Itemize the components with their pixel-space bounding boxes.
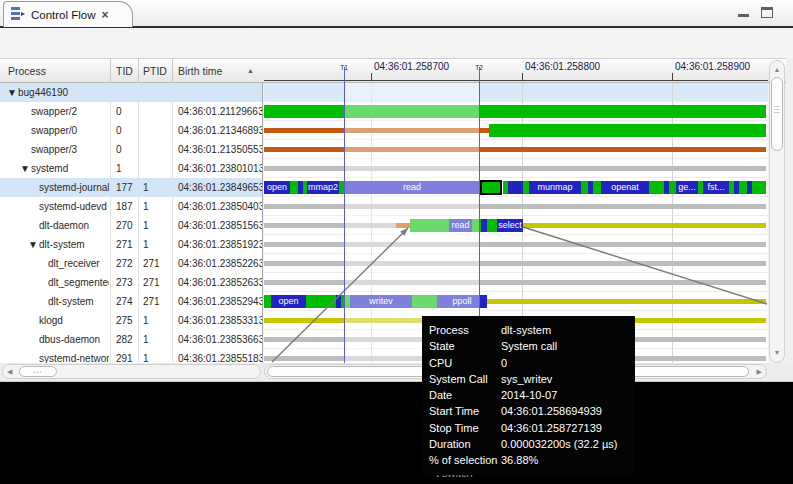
tooltip-row: % of selection36.88% bbox=[422, 452, 635, 468]
tooltip-row: Date2014-10-07 bbox=[422, 387, 635, 403]
tab-bar: Control Flow × bbox=[0, 0, 793, 28]
tooltip-row: System Callsys_writev bbox=[422, 371, 635, 387]
process-name-cell: swapper/3 bbox=[31, 140, 109, 159]
tid-cell: 1 bbox=[116, 159, 122, 178]
tooltip-value: dlt-system bbox=[501, 322, 551, 338]
scroll-right-icon[interactable]: ▶ bbox=[757, 368, 762, 376]
tree-row[interactable]: dlt-daemon270104:36:01.238515639 bbox=[0, 216, 263, 235]
birth-time-cell: 04:36:01.211296639 bbox=[178, 102, 263, 121]
tid-cell: 0 bbox=[116, 102, 122, 121]
birth-time-cell: 04:36:01.238010139 bbox=[178, 159, 263, 178]
tooltip-value: 0.000032200s (32.2 µs) bbox=[501, 436, 617, 452]
vertical-scrollbar[interactable]: ▲ ▼ bbox=[769, 60, 785, 363]
process-name-cell: swapper/0 bbox=[31, 121, 109, 140]
process-name-cell: klogd bbox=[39, 311, 109, 330]
thumb-grip: ⋯ bbox=[20, 367, 56, 377]
vertical-scrollbar-thumb[interactable] bbox=[771, 77, 783, 151]
tree-row[interactable]: swapper/0004:36:01.213468939 bbox=[0, 121, 263, 140]
selection-start-line bbox=[344, 67, 345, 363]
tooltip-value: System call bbox=[501, 338, 557, 354]
axis-tick bbox=[672, 73, 673, 80]
thumb-grip bbox=[774, 106, 780, 107]
tree-row[interactable]: dbus-daemon282104:36:01.238536639 bbox=[0, 330, 263, 349]
tab-label: Control Flow bbox=[31, 9, 96, 21]
tooltip-value: 04:36:01.258694939 bbox=[501, 403, 602, 419]
tid-cell: 270 bbox=[116, 216, 133, 235]
birth-time-cell: 04:36:01.238551839 bbox=[178, 349, 263, 363]
tooltip-label: Stop Time bbox=[429, 420, 479, 436]
tooltip-value: 2014-10-07 bbox=[501, 387, 557, 403]
birth-time-cell: 04:36:01.213505539 bbox=[178, 140, 263, 159]
tooltip-value: sys_writev bbox=[501, 371, 552, 387]
column-header-birth-time[interactable]: Birth time bbox=[178, 59, 222, 83]
tree-row[interactable]: klogd275104:36:01.238533139 bbox=[0, 311, 263, 330]
tree-row[interactable]: dlt_receiver27227104:36:01.238522639 bbox=[0, 254, 263, 273]
process-name-cell: dlt-system bbox=[48, 292, 109, 311]
column-header-ptid[interactable]: PTID bbox=[143, 59, 167, 83]
tree-scrollbar-thumb[interactable]: ⋯ bbox=[19, 366, 57, 377]
column-separator bbox=[110, 59, 111, 83]
birth-time-cell: 04:36:01.238526339 bbox=[178, 273, 263, 292]
tree-row[interactable]: swapper/2004:36:01.211296639 bbox=[0, 102, 263, 121]
tree-row[interactable]: systemd-journal177104:36:01.238496539 bbox=[0, 178, 263, 197]
tree-row[interactable]: systemd-network291104:36:01.238551839 bbox=[0, 349, 263, 363]
sort-ascending-icon: ▲ bbox=[247, 67, 254, 74]
expand-arrow-icon[interactable]: ▼ bbox=[20, 159, 30, 178]
tree-row[interactable]: ▼bug446190 bbox=[0, 83, 263, 102]
ptid-cell: 1 bbox=[143, 216, 149, 235]
tooltip-row: Duration0.000032200s (32.2 µs) bbox=[422, 436, 635, 452]
birth-time-cell: 04:36:01.238533139 bbox=[178, 311, 263, 330]
tooltip-row: Stop Time04:36:01.258727139 bbox=[422, 420, 635, 436]
tooltip-label: Start Time bbox=[429, 403, 479, 419]
view-window-controls bbox=[738, 7, 773, 18]
minimize-icon[interactable] bbox=[738, 7, 749, 17]
scroll-down-icon[interactable]: ▼ bbox=[770, 349, 784, 357]
toolbar: →⇉⌂⇦⇨⚑+↩↪▾⇧⇩+−⇅⇦↑⇨↑⇦⇨▼ bbox=[0, 30, 793, 58]
tooltip-row: CPU0 bbox=[422, 355, 635, 371]
ptid-cell: 1 bbox=[143, 349, 149, 363]
maximize-icon[interactable] bbox=[761, 7, 773, 18]
process-name-cell: swapper/2 bbox=[31, 102, 109, 121]
tid-cell: 271 bbox=[116, 235, 133, 254]
tree-row[interactable]: ▼systemd104:36:01.238010139 bbox=[0, 159, 263, 178]
birth-time-cell: 04:36:01.238515639 bbox=[178, 216, 263, 235]
ptid-cell: 271 bbox=[143, 254, 160, 273]
column-separator bbox=[172, 59, 173, 83]
tooltip-row: StateSystem call bbox=[422, 338, 635, 354]
tooltip-label: % of selection bbox=[429, 452, 497, 468]
tree-horizontal-scrollbar[interactable]: ◀ ⋯ bbox=[2, 364, 261, 379]
tree-row[interactable]: ▼dlt-system271104:36:01.238519239 bbox=[0, 235, 263, 254]
column-header-process[interactable]: Process bbox=[8, 59, 46, 83]
tid-cell: 274 bbox=[116, 292, 133, 311]
process-tree: ▼bug446190swapper/2004:36:01.211296639sw… bbox=[0, 83, 263, 363]
tree-row[interactable]: dlt_segmented27327104:36:01.238526339 bbox=[0, 273, 263, 292]
expand-arrow-icon[interactable]: ▼ bbox=[7, 83, 17, 102]
tab-control-flow[interactable]: Control Flow × bbox=[3, 1, 133, 27]
time-axis-baseline bbox=[264, 80, 768, 81]
process-name-cell: systemd-udevd bbox=[39, 197, 109, 216]
column-header-tid[interactable]: TID bbox=[116, 59, 133, 83]
tooltip-label: Process bbox=[429, 322, 469, 338]
time-axis[interactable]: 04:36:01.25870004:36:01.25880004:36:01.2… bbox=[264, 58, 768, 82]
tooltip-value: 04:36:01.258727139 bbox=[501, 420, 602, 436]
process-name-cell: dlt_receiver bbox=[48, 254, 109, 273]
scroll-left-icon[interactable]: ◀ bbox=[7, 368, 12, 376]
ptid-cell: 1 bbox=[143, 178, 149, 197]
tid-cell: 273 bbox=[116, 273, 133, 292]
process-name-cell: systemd-network bbox=[39, 349, 109, 363]
tree-row[interactable]: swapper/3004:36:01.213505539 bbox=[0, 140, 263, 159]
tid-cell: 282 bbox=[116, 330, 133, 349]
axis-label: 04:36:01.258800 bbox=[525, 61, 600, 72]
ptid-cell: 1 bbox=[143, 235, 149, 254]
close-icon[interactable]: × bbox=[102, 9, 109, 21]
tree-row[interactable]: dlt-system27427104:36:01.238529439 bbox=[0, 292, 263, 311]
expand-arrow-icon[interactable]: ▼ bbox=[28, 235, 38, 254]
process-name-cell: dlt_segmented bbox=[48, 273, 109, 292]
ptid-cell: 271 bbox=[143, 292, 160, 311]
scroll-up-icon[interactable]: ▲ bbox=[770, 66, 784, 74]
axis-tick bbox=[371, 73, 372, 80]
birth-time-cell: 04:36:01.238519239 bbox=[178, 235, 263, 254]
birth-time-cell: 04:36:01.238536639 bbox=[178, 330, 263, 349]
column-separator bbox=[138, 59, 139, 83]
tree-row[interactable]: systemd-udevd187104:36:01.238504039 bbox=[0, 197, 263, 216]
